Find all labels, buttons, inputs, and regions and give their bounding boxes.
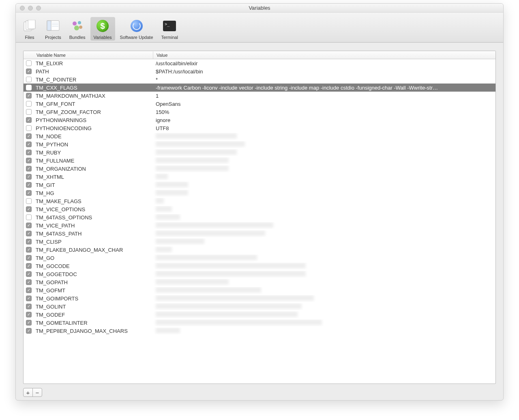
enabled-checkbox[interactable]: ✓ xyxy=(26,206,32,212)
enabled-checkbox[interactable]: ✓ xyxy=(26,174,32,180)
table-row[interactable]: ✓TM_VICE_OPTIONS xyxy=(24,205,495,213)
enabled-checkbox[interactable]: ✓ xyxy=(26,287,32,293)
variable-name-cell[interactable]: TM_GOIMPORTS xyxy=(33,296,153,302)
variable-name-cell[interactable]: TM_HG xyxy=(33,190,153,196)
enabled-checkbox[interactable]: ✓ xyxy=(26,239,32,244)
table-row[interactable]: ✓TM_XHTML xyxy=(24,173,495,181)
table-row[interactable]: ✓TM_HG xyxy=(24,189,495,197)
variable-value-cell[interactable] xyxy=(153,271,495,278)
table-row[interactable]: ✓TM_PYTHON xyxy=(24,140,495,148)
variable-value-cell[interactable] xyxy=(153,255,495,261)
enabled-checkbox[interactable]: ✓ xyxy=(26,69,32,74)
table-row[interactable]: ✓TM_GOCODE xyxy=(24,262,495,270)
variable-value-cell[interactable]: 150% xyxy=(153,109,495,115)
variable-name-cell[interactable]: TM_MARKDOWN_MATHJAX xyxy=(33,93,153,99)
variable-name-cell[interactable]: TM_GODEF xyxy=(33,312,153,318)
column-header-name[interactable]: Variable Name xyxy=(33,51,153,59)
enabled-checkbox[interactable]: ✓ xyxy=(26,263,32,269)
table-row[interactable]: ✓TM_CLISP xyxy=(24,238,495,246)
toolbar-tab-projects[interactable]: Projects xyxy=(42,17,64,41)
enabled-checkbox[interactable] xyxy=(26,101,32,107)
variable-value-cell[interactable] xyxy=(153,230,495,237)
table-row[interactable]: ✓TM_FULLNAME xyxy=(24,156,495,165)
toolbar-tab-software-update[interactable]: Software Update xyxy=(117,17,157,41)
variable-name-cell[interactable]: TM_GOMETALINTER xyxy=(33,320,153,326)
enabled-checkbox[interactable] xyxy=(26,77,32,82)
table-row[interactable]: ✓TM_GOLINT xyxy=(24,302,495,311)
table-row[interactable]: TM_ELIXIR/usr/local/bin/elixir xyxy=(24,59,495,67)
enabled-checkbox[interactable]: ✓ xyxy=(26,279,32,285)
variable-name-cell[interactable]: TM_PYTHON xyxy=(33,141,153,148)
table-row[interactable]: ✓TM_MARKDOWN_MATHJAX1 xyxy=(24,92,495,100)
variable-value-cell[interactable] xyxy=(153,263,495,270)
enabled-checkbox[interactable] xyxy=(26,85,32,90)
table-row[interactable]: TM_GFM_ZOOM_FACTOR150% xyxy=(24,108,495,116)
enabled-checkbox[interactable]: ✓ xyxy=(26,133,32,139)
enabled-checkbox[interactable]: ✓ xyxy=(26,296,32,301)
enabled-checkbox[interactable]: ✓ xyxy=(26,320,32,326)
table-row[interactable]: ✓TM_VICE_PATH xyxy=(24,221,495,229)
table-row[interactable]: ✓TM_GOIMPORTS xyxy=(24,294,495,302)
variable-value-cell[interactable]: /usr/local/bin/elixir xyxy=(153,60,495,66)
variable-value-cell[interactable]: $PATH:/usr/local/bin xyxy=(153,69,495,75)
enabled-checkbox[interactable]: ✓ xyxy=(26,247,32,253)
variable-value-cell[interactable]: ignore xyxy=(153,117,495,123)
table-row[interactable]: ✓TM_PEP8ER_DJANGO_MAX_CHARS xyxy=(24,327,495,335)
variable-name-cell[interactable]: TM_GOFMT xyxy=(33,287,153,294)
variable-name-cell[interactable]: TM_GFM_ZOOM_FACTOR xyxy=(33,109,153,115)
table-row[interactable]: ✓TM_NODE xyxy=(24,132,495,140)
enabled-checkbox[interactable]: ✓ xyxy=(26,223,32,228)
variable-name-cell[interactable]: TM_GIT xyxy=(33,182,153,188)
table-row[interactable]: ✓TM_GOGETDOC xyxy=(24,270,495,278)
toolbar-tab-variables[interactable]: $Variables xyxy=(90,17,115,41)
variable-value-cell[interactable] xyxy=(153,133,495,140)
variable-value-cell[interactable]: -framework Carbon -liconv -include vecto… xyxy=(153,85,495,91)
table-row[interactable]: ✓TM_ORGANIZATION xyxy=(24,165,495,173)
variable-name-cell[interactable]: TM_GOLINT xyxy=(33,304,153,310)
variable-value-cell[interactable]: * xyxy=(153,77,495,83)
enabled-checkbox[interactable] xyxy=(26,60,32,66)
variable-value-cell[interactable] xyxy=(153,182,495,189)
enabled-checkbox[interactable] xyxy=(26,214,32,220)
variable-name-cell[interactable]: TM_VICE_OPTIONS xyxy=(33,206,153,212)
variable-value-cell[interactable]: UTF8 xyxy=(153,125,495,131)
variable-name-cell[interactable]: TM_CXX_FLAGS xyxy=(33,85,153,91)
table-row[interactable]: ✓TM_GOPATH xyxy=(24,278,495,286)
enabled-checkbox[interactable]: ✓ xyxy=(26,312,32,317)
variable-name-cell[interactable]: TM_GOCODE xyxy=(33,263,153,269)
enabled-checkbox[interactable]: ✓ xyxy=(26,158,32,163)
variable-name-cell[interactable]: TM_FULLNAME xyxy=(33,158,153,164)
variable-value-cell[interactable] xyxy=(153,157,495,164)
enabled-checkbox[interactable]: ✓ xyxy=(26,150,32,155)
variable-value-cell[interactable] xyxy=(153,149,495,156)
enabled-checkbox[interactable] xyxy=(26,109,32,115)
close-window-button[interactable] xyxy=(20,6,25,11)
variable-name-cell[interactable]: TM_ELIXIR xyxy=(33,60,153,66)
enabled-checkbox[interactable] xyxy=(26,198,32,204)
variable-value-cell[interactable] xyxy=(153,141,495,148)
variable-name-cell[interactable]: TM_ORGANIZATION xyxy=(33,166,153,172)
table-row[interactable]: ✓TM_64TASS_PATH xyxy=(24,229,495,238)
variable-name-cell[interactable]: TM_GOPATH xyxy=(33,279,153,285)
variable-name-cell[interactable]: PYTHONWARNINGS xyxy=(33,117,153,123)
table-row[interactable]: TM_MAKE_FLAGS xyxy=(24,197,495,205)
variable-name-cell[interactable]: TM_GO xyxy=(33,255,153,261)
variable-value-cell[interactable] xyxy=(153,174,495,180)
variable-value-cell[interactable] xyxy=(153,319,495,326)
enabled-checkbox[interactable]: ✓ xyxy=(26,255,32,261)
variable-value-cell[interactable]: OpenSans xyxy=(153,101,495,107)
variable-value-cell[interactable] xyxy=(153,214,495,221)
enabled-checkbox[interactable]: ✓ xyxy=(26,141,32,147)
table-row[interactable]: ✓TM_GOFMT xyxy=(24,286,495,294)
enabled-checkbox[interactable]: ✓ xyxy=(26,117,32,123)
toolbar-tab-bundles[interactable]: Bundles xyxy=(66,17,89,41)
table-row[interactable]: TM_64TASS_OPTIONS xyxy=(24,213,495,221)
variable-name-cell[interactable]: PATH xyxy=(33,69,153,75)
variable-value-cell[interactable] xyxy=(153,222,495,229)
table-row[interactable]: PYTHONIOENCODINGUTF8 xyxy=(24,124,495,132)
variable-name-cell[interactable]: TM_NODE xyxy=(33,133,153,139)
remove-variable-button[interactable]: − xyxy=(32,388,42,397)
enabled-checkbox[interactable]: ✓ xyxy=(26,190,32,196)
add-variable-button[interactable]: + xyxy=(23,388,33,397)
minimize-window-button[interactable] xyxy=(28,6,33,11)
